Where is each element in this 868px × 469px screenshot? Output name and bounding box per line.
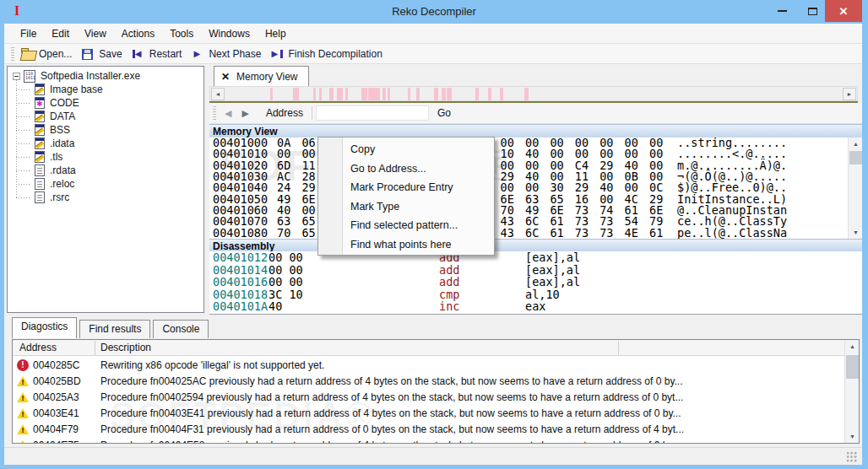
- tree-item-image base[interactable]: Image base: [35, 83, 103, 96]
- address-input[interactable]: [316, 105, 429, 121]
- tab-memory-view[interactable]: ✕ Memory View: [214, 66, 309, 86]
- toolbar-item-label: Next Phase: [209, 48, 261, 60]
- menu-item-mark-procedure-entry[interactable]: Mark Procedure Entry: [318, 178, 494, 197]
- save-button[interactable]: Save: [78, 46, 127, 62]
- diagnostic-row[interactable]: 0040285CRewriting x86 opcode 'illegal' i…: [13, 358, 840, 374]
- hex-address[interactable]: 00401080: [213, 228, 268, 239]
- tree-item-rdata[interactable]: .rdata: [35, 164, 76, 177]
- resize-grip[interactable]: [846, 451, 857, 462]
- tree-root-item[interactable]: Softpedia Installer.exe: [13, 69, 140, 83]
- warning-icon: [17, 439, 29, 444]
- diagnostic-row[interactable]: 00404F79Procedure fn00404F31 previously …: [13, 422, 840, 438]
- disassembly-row[interactable]: 0040101400 00add[eax],al: [209, 264, 862, 277]
- hex-byte[interactable]: 43: [501, 228, 524, 239]
- close-button[interactable]: ✕: [825, 0, 862, 22]
- scrollbar-thumb[interactable]: [849, 151, 862, 164]
- scrollbar-thumb[interactable]: [846, 355, 859, 379]
- diagnostic-description: Procedure fn00404F31 previously had a re…: [100, 423, 835, 435]
- diagnostic-address: 00403E41: [33, 407, 79, 419]
- hex-byte[interactable]: 70: [277, 228, 301, 239]
- hex-byte[interactable]: 4E: [625, 228, 648, 239]
- finish-decompilation-button[interactable]: Finish Decompilation: [267, 46, 388, 62]
- tab-diagostics[interactable]: Diagostics: [12, 317, 77, 338]
- hex-dump-view[interactable]: 004010000A06737472696E670000000000000000…: [209, 137, 862, 239]
- go-button[interactable]: Go: [437, 107, 451, 119]
- menu-item-copy[interactable]: Copy: [318, 140, 494, 159]
- menu-item-mark-type[interactable]: Mark Type: [318, 197, 494, 217]
- scroll-down-icon[interactable]: ▼: [849, 226, 862, 239]
- tree-item-bss[interactable]: BSS: [35, 123, 70, 137]
- tree-item-label: DATA: [50, 111, 75, 122]
- instruction-bytes: 3C 10: [269, 288, 303, 300]
- tree-item-idata[interactable]: .idata: [35, 137, 74, 150]
- heatmap-scroll-left-button[interactable]: ◄: [211, 88, 225, 100]
- disassembly-view[interactable]: 0040101200 00add[eax],al0040101400 00add…: [209, 251, 862, 315]
- column-header-address[interactable]: Address: [19, 342, 57, 353]
- toolbar-grip[interactable]: [11, 47, 14, 61]
- heatmap-scroll-right-button[interactable]: ►: [843, 88, 856, 100]
- hex-scrollbar[interactable]: ▲ ▼: [848, 137, 862, 239]
- menu-actions[interactable]: Actions: [114, 24, 162, 43]
- diagnostic-row[interactable]: 00403E41Procedure fn00403E41 previously …: [13, 406, 840, 422]
- tab-console[interactable]: Console: [153, 320, 209, 338]
- menu-tools[interactable]: Tools: [162, 24, 201, 43]
- tree-item-code[interactable]: CODE: [35, 96, 79, 110]
- scroll-down-icon[interactable]: ▼: [845, 430, 860, 443]
- column-divider[interactable]: [618, 341, 619, 355]
- doc-edit-icon: [35, 124, 45, 136]
- address-toolbar-grip[interactable]: [213, 106, 216, 120]
- hex-byte[interactable]: 61: [550, 228, 573, 239]
- menu-edit[interactable]: Edit: [44, 24, 77, 43]
- instruction-mnemonic: add: [439, 264, 459, 276]
- warning-icon: [17, 407, 29, 419]
- tree-item-tls[interactable]: .tls: [35, 150, 62, 164]
- menu-item-go-to-address[interactable]: Go to Address...: [318, 159, 494, 179]
- menu-windows[interactable]: Windows: [201, 24, 258, 43]
- navigate-back-button[interactable]: ◀: [220, 108, 236, 119]
- tree-item-reloc[interactable]: .reloc: [35, 177, 74, 191]
- tree-item-data[interactable]: DATA: [35, 110, 75, 123]
- scroll-up-icon[interactable]: ▲: [845, 340, 860, 353]
- heatmap-bar: [416, 88, 420, 100]
- disassembly-row[interactable]: 0040101A40inceax: [209, 300, 862, 313]
- menu-file[interactable]: File: [13, 24, 44, 43]
- tree-item-label: .reloc: [50, 178, 74, 190]
- diagnostics-scrollbar[interactable]: ▲ ▼: [844, 340, 859, 443]
- memory-heatmap[interactable]: ◄ ►: [209, 86, 858, 101]
- tree-item-rsrc[interactable]: .rsrc: [35, 191, 69, 204]
- heatmap-track[interactable]: [225, 88, 843, 100]
- column-divider[interactable]: [95, 341, 95, 355]
- tab-find-results[interactable]: Find results: [79, 320, 150, 338]
- diagnostic-row[interactable]: 00404E75Procedure fn00404E58 previously …: [13, 438, 840, 444]
- expand-collapse-icon[interactable]: [13, 73, 20, 80]
- hex-ascii[interactable]: pe..l(@..ClassNa: [677, 228, 787, 239]
- hex-byte[interactable]: 73: [575, 228, 599, 239]
- menu-item-find-selected-pattern[interactable]: Find selected pattern...: [318, 216, 494, 235]
- menu-item-find-what-points-here[interactable]: Find what points here: [318, 235, 494, 255]
- hex-byte[interactable]: 6C: [525, 228, 549, 239]
- project-tree[interactable]: Softpedia Installer.exeImage baseCODEDAT…: [7, 66, 204, 313]
- column-header-description[interactable]: Description: [100, 342, 151, 353]
- maximize-icon: [808, 8, 817, 15]
- navigate-forward-button[interactable]: ▶: [236, 108, 253, 119]
- disassembly-row[interactable]: 0040101200 00add[eax],al: [209, 251, 862, 264]
- diagnostic-row[interactable]: 004025BDProcedure fn004025AC previously …: [13, 374, 840, 390]
- tree-connector-line: [16, 103, 31, 104]
- hex-byte[interactable]: 61: [649, 228, 673, 239]
- minimize-button[interactable]: [767, 0, 797, 22]
- doc-plain-icon: [35, 164, 45, 176]
- next-phase-button[interactable]: Next Phase: [187, 46, 267, 62]
- disassembly-row[interactable]: 0040101600 00add[eax],al: [209, 276, 862, 288]
- menu-help[interactable]: Help: [258, 24, 294, 43]
- heatmap-bar: [270, 88, 273, 100]
- maximize-button[interactable]: [797, 0, 827, 22]
- open-button[interactable]: Open...: [18, 46, 78, 62]
- hex-byte[interactable]: 73: [599, 228, 623, 239]
- restart-button[interactable]: Restart: [128, 46, 188, 62]
- tab-close-icon[interactable]: ✕: [221, 71, 230, 83]
- scroll-up-icon[interactable]: ▲: [849, 137, 862, 150]
- diagnostic-row[interactable]: 004025A3Procedure fn00402594 previously …: [13, 390, 840, 406]
- menu-view[interactable]: View: [77, 24, 114, 43]
- doc-edit-icon: [35, 137, 45, 149]
- disassembly-row[interactable]: 004010183C 10cmpal,10: [209, 288, 862, 301]
